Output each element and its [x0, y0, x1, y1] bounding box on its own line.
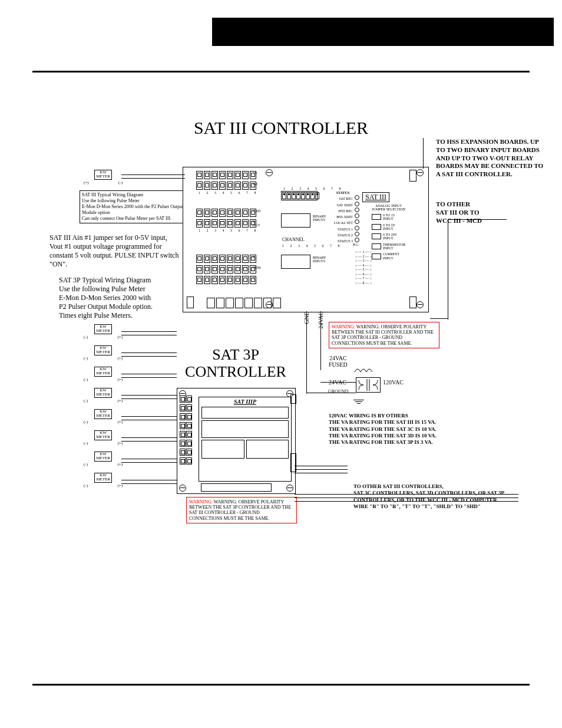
- sat3-board: +VA/IGNDV OUTHCOMC1 2 3 4 5 6 7 81 2 3 4…: [183, 167, 429, 312]
- va-rating-note: 120VAC WIRING IS BY OTHERS THE VA RATING…: [329, 413, 464, 446]
- rs485-note: TO OTHER SAT III CONTROLLERS, SAT 3C CON…: [353, 483, 507, 510]
- pol-plus: (+): [84, 180, 89, 185]
- status-led-row: SAT XMIT: [328, 202, 359, 207]
- status-led-row: STATUS 1: [328, 226, 359, 231]
- status-led-row: STATUS 2: [328, 232, 359, 237]
- wire: [121, 374, 177, 374]
- wire: [295, 501, 518, 502]
- terminal-row-label: V OUT: [253, 220, 260, 228]
- status-led-row: STATUS: [328, 191, 359, 195]
- kw-meter-6: KW METER(-)(+): [82, 430, 124, 443]
- page: SAT III CONTROLLER TO HSS EXPANSION BOAR…: [0, 0, 562, 728]
- binary-input-block-2: [281, 255, 310, 269]
- sat3p-bottom-terminals: [201, 483, 272, 492]
- wire: [121, 335, 177, 335]
- hc-row: ○ — 5 — ○: [355, 268, 372, 272]
- relay-slot: [216, 298, 224, 308]
- sat3p-input-row: [180, 431, 192, 438]
- sat3p-input-row: [180, 449, 192, 456]
- wire: [121, 398, 177, 399]
- terminal-row-label: COM: [253, 266, 261, 269]
- label-gnd-vert: GND: [304, 311, 310, 324]
- status-led-row: LOCAL SET: [328, 219, 359, 225]
- status-led-row: SAT REC: [328, 195, 359, 200]
- analog-jumper-label: ANALOG INPUT JUMPER SELECTION: [372, 204, 405, 212]
- terminal-numbers: 1 2 3 4 5 6 7 8: [199, 191, 259, 195]
- wire: [295, 494, 518, 495]
- jumper-option: 0 TO 20V INPUT: [372, 233, 405, 241]
- sat3p-input-row: [180, 396, 192, 403]
- status-led-row: STATUS 3: [328, 238, 359, 243]
- wire: [306, 311, 307, 394]
- wire: [423, 138, 424, 169]
- kw-meter-2: KW METER(-)(+): [82, 345, 124, 358]
- terminal-row: [196, 276, 256, 284]
- terminal-row-label: A/I: [253, 182, 257, 186]
- screw-icon: [286, 485, 293, 492]
- wire: [121, 462, 177, 463]
- kw-meter-label: KW METER: [94, 170, 112, 180]
- sat3p-title: SAT 3P CONTROLLER: [177, 347, 295, 380]
- hc-row: ○ — 2 — ○: [355, 255, 372, 259]
- wire: [121, 483, 177, 484]
- terminal-row: [196, 255, 256, 263]
- terminal-row-label: H: [253, 255, 255, 259]
- wire: [430, 318, 448, 319]
- terminal-row: [196, 171, 256, 179]
- sat3p-board-label: SAT IIIP: [199, 398, 291, 405]
- relay-slot: [263, 298, 272, 308]
- wire: [121, 395, 177, 396]
- label-120vac: 120VAC: [383, 379, 404, 386]
- hc-row: ○ — 4 — ○: [355, 263, 372, 268]
- jumper-option: THERMISTOR INPUT: [372, 243, 405, 251]
- jumper-option: 0 TO 5V INPUT: [372, 223, 405, 231]
- rs485-connector: [409, 297, 416, 308]
- kw-meter-5: KW METER(-)(+): [82, 409, 124, 422]
- kw-meter-4: KW METER(-)(+): [82, 388, 124, 401]
- wire: [121, 178, 185, 179]
- warning-label: WARNING:: [332, 324, 355, 330]
- wire: [121, 331, 177, 332]
- binary-inputs-label-1: BINARY INPUTS: [313, 215, 326, 222]
- divider-bottom: [32, 684, 530, 686]
- screw-icon: [416, 169, 424, 176]
- warning-label-2: WARNING:: [189, 499, 213, 505]
- binary-inputs-label-2: BINARY INPUTS: [313, 256, 326, 263]
- binary-input-block-1: [281, 213, 310, 228]
- wire: [121, 353, 177, 353]
- terminal-row: [196, 182, 256, 190]
- sat3p-input-row: [180, 413, 192, 420]
- header-bar: [212, 18, 554, 46]
- wire: [295, 498, 518, 498]
- screw-icon: [179, 485, 186, 492]
- sat3p-input-row: [180, 422, 192, 429]
- hc-row: ○ — 3 — ○: [355, 259, 372, 263]
- hss-expansion-note: TO HSS EXPANSION BOARDS. UP TO TWO BINAR…: [436, 138, 548, 179]
- sat3p-inner-label-area: SAT IIIP: [199, 397, 292, 482]
- label-24vac-fused: 24VAC FUSED: [329, 355, 348, 368]
- wire: [121, 480, 177, 480]
- wire: [121, 174, 185, 175]
- wire: [295, 469, 348, 470]
- sat3p-wiring-note: SAT 3P Typical Wiring Diagram Use the fo…: [59, 276, 171, 320]
- terminal-row: [196, 219, 256, 228]
- terminal-row-label: GND: [253, 209, 260, 213]
- dip-numbers: 1 2 3 4 5 6 7 8: [283, 187, 343, 190]
- warning-box-2: WARNING: WARNING: OBSERVE POLARITY BETWE…: [186, 497, 297, 523]
- wire: [320, 382, 356, 383]
- kw-meter-7: KW METER(-)(+): [82, 452, 124, 465]
- wire: [121, 416, 177, 417]
- relay-slot: [235, 298, 243, 308]
- terminal-row: [196, 265, 256, 274]
- sat3p-info-box: [246, 440, 289, 459]
- terminal-row: [196, 209, 256, 217]
- to-other-note: TO OTHER SAT III OR TO WCC III - MCD: [436, 200, 518, 225]
- relay-slot: [254, 298, 262, 308]
- power-connector: [187, 297, 194, 308]
- wire: [295, 466, 348, 466]
- hc-row: ○ — 1 — ○: [355, 250, 372, 255]
- divider-top: [32, 71, 530, 73]
- jumper-option: CURRENT INPUT: [372, 252, 405, 260]
- hc-row: ○ — 6 — ○: [355, 272, 372, 277]
- kw-meter-8: KW METER(-)(+): [82, 473, 124, 486]
